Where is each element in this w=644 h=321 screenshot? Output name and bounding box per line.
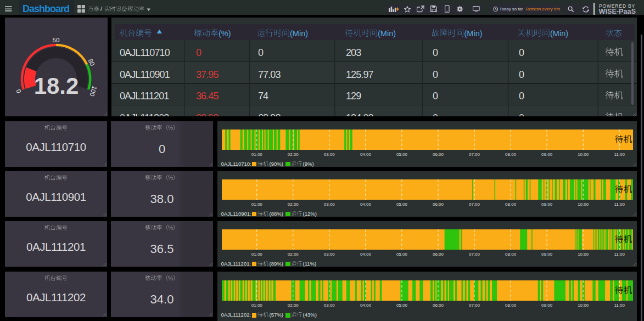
svg-text:09:00: 09:00 (541, 202, 553, 207)
svg-text:11:00: 11:00 (614, 202, 625, 207)
svg-text:04:00: 04:00 (360, 202, 372, 207)
svg-text:04:00: 04:00 (360, 152, 372, 157)
svg-text:01:00: 01:00 (251, 252, 263, 257)
svg-text:07:00: 07:00 (469, 252, 480, 257)
svg-text:04:00: 04:00 (360, 252, 372, 257)
svg-text:03:00: 03:00 (324, 303, 335, 308)
svg-text:08:00: 08:00 (505, 152, 517, 157)
svg-text:01:00: 01:00 (251, 303, 263, 308)
svg-text:05:00: 05:00 (396, 252, 408, 257)
svg-text:08:00: 08:00 (505, 303, 517, 308)
svg-text:07:00: 07:00 (469, 202, 480, 207)
svg-text:08:00: 08:00 (505, 202, 517, 207)
svg-text:06:00: 06:00 (433, 202, 444, 207)
svg-text:05:00: 05:00 (396, 202, 408, 207)
svg-text:10:00: 10:00 (578, 152, 589, 157)
svg-text:01:00: 01:00 (251, 202, 263, 207)
svg-text:07:00: 07:00 (469, 152, 480, 157)
svg-text:02:00: 02:00 (288, 303, 299, 308)
svg-text:07:00: 07:00 (469, 303, 480, 308)
svg-text:05:00: 05:00 (396, 152, 408, 157)
svg-text:09:00: 09:00 (541, 303, 553, 308)
svg-text:02:00: 02:00 (288, 152, 299, 157)
svg-text:06:00: 06:00 (433, 303, 444, 308)
svg-text:06:00: 06:00 (433, 252, 444, 257)
svg-text:02:00: 02:00 (288, 252, 299, 257)
svg-text:03:00: 03:00 (324, 152, 335, 157)
svg-text:09:00: 09:00 (541, 152, 553, 157)
svg-text:10:00: 10:00 (578, 252, 589, 257)
svg-text:11:00: 11:00 (614, 252, 625, 257)
svg-text:06:00: 06:00 (433, 152, 444, 157)
svg-text:11:00: 11:00 (614, 152, 625, 157)
svg-text:11:00: 11:00 (614, 303, 625, 308)
svg-text:01:00: 01:00 (251, 152, 263, 157)
svg-text:04:00: 04:00 (360, 303, 372, 308)
svg-text:/: / (100, 5, 103, 12)
svg-text:02:00: 02:00 (288, 202, 299, 207)
svg-text:03:00: 03:00 (324, 202, 335, 207)
svg-text:08:00: 08:00 (505, 252, 517, 257)
svg-text:03:00: 03:00 (324, 252, 335, 257)
svg-text:09:00: 09:00 (541, 252, 553, 257)
svg-text:10:00: 10:00 (578, 303, 589, 308)
svg-text:10:00: 10:00 (578, 202, 589, 207)
svg-text:50: 50 (53, 37, 60, 43)
svg-text:05:00: 05:00 (396, 303, 408, 308)
